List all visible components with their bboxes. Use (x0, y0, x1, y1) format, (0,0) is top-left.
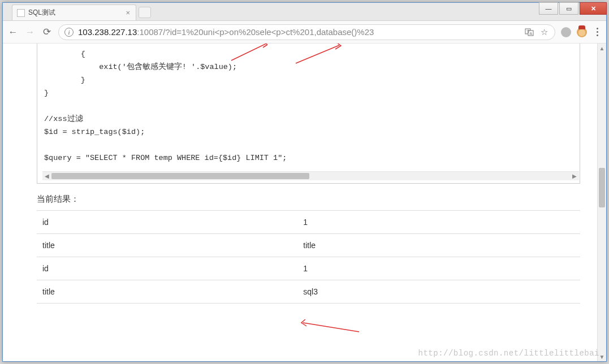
table-row: title title (37, 234, 580, 257)
vertical-scrollbar[interactable]: ▲ ▼ (597, 44, 606, 361)
extension-1-icon[interactable] (561, 27, 571, 37)
vscroll-thumb[interactable] (599, 168, 605, 207)
table-row: id 1 (37, 257, 580, 280)
bookmark-star-icon[interactable]: ☆ (539, 27, 549, 37)
browser-menu-button[interactable] (593, 28, 602, 36)
table-row: title sql3 (37, 280, 580, 304)
cell-value: 1 (297, 211, 580, 234)
result-table: id 1 title title id 1 title sql3 (37, 210, 580, 304)
window-controls: — ▭ ✕ (539, 2, 607, 15)
extension-2-icon[interactable] (577, 27, 587, 37)
close-window-button[interactable]: ✕ (580, 2, 607, 15)
table-row: id 1 (37, 211, 580, 234)
hscroll-left-arrow[interactable]: ◀ (42, 172, 51, 180)
hscroll-thumb[interactable] (51, 173, 309, 179)
translate-icon[interactable]: 文A (524, 27, 534, 37)
back-button[interactable]: ← (7, 27, 19, 38)
watermark: http://blog.csdn.net/littlelittlebai (418, 349, 599, 358)
browser-window: — ▭ ✕ SQL测试 × ← → ⟳ i 103.238.227.13:100… (2, 2, 607, 362)
svg-text:A: A (530, 31, 533, 35)
address-bar[interactable]: i 103.238.227.13:10087/?id=1%20uni<p>on%… (58, 24, 555, 40)
cell-value: title (297, 234, 580, 257)
minimize-button[interactable]: — (539, 2, 558, 15)
tab-strip: SQL测试 × (3, 3, 606, 21)
code-block: { exit('包含敏感关键字! '.$value); } } //xss过滤 … (37, 44, 580, 184)
cell-key: id (37, 211, 297, 234)
cell-value: sql3 (297, 280, 580, 304)
site-info-icon[interactable]: i (64, 28, 74, 37)
extension-icons (561, 27, 602, 37)
page-viewport: { exit('包含敏感关键字! '.$value); } } //xss过滤 … (3, 44, 606, 361)
maximize-button[interactable]: ▭ (559, 2, 578, 15)
url-host: 103.238.227.13 (78, 27, 137, 37)
page-content: { exit('包含敏感关键字! '.$value); } } //xss过滤 … (3, 44, 597, 361)
tab-active[interactable]: SQL测试 × (12, 5, 136, 20)
code-text: { exit('包含敏感关键字! '.$value); } } //xss过滤 … (42, 46, 580, 171)
reload-button[interactable]: ⟳ (41, 27, 53, 38)
result-heading: 当前结果： (37, 194, 580, 205)
code-horizontal-scrollbar[interactable]: ◀ ▶ (42, 171, 579, 180)
tab-close-button[interactable]: × (124, 8, 131, 17)
tab-title: SQL测试 (28, 8, 121, 18)
cell-key: title (37, 280, 297, 304)
forward-button[interactable]: → (24, 27, 36, 38)
tab-favicon (17, 9, 25, 17)
url-port: :10087 (137, 27, 163, 37)
hscroll-right-arrow[interactable]: ▶ (570, 172, 579, 180)
url-path: /?id=1%20uni<p>on%20sele<p>ct%201,databa… (163, 27, 374, 37)
cell-key: id (37, 257, 297, 280)
cell-key: title (37, 234, 297, 257)
toolbar: ← → ⟳ i 103.238.227.13:10087/?id=1%20uni… (3, 21, 606, 44)
url-text: 103.238.227.13:10087/?id=1%20uni<p>on%20… (78, 27, 520, 37)
vscroll-up-arrow[interactable]: ▲ (598, 44, 606, 53)
new-tab-button[interactable] (139, 7, 151, 18)
cell-value: 1 (297, 257, 580, 280)
